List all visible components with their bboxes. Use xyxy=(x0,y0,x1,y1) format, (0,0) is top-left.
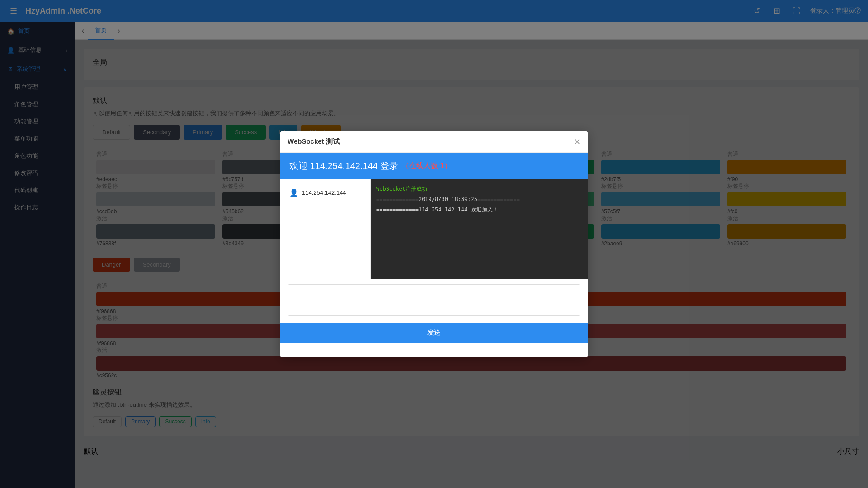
websocket-modal: WebSocket 测试 ✕ 欢迎 114.254.142.144 登录 （在线… xyxy=(280,131,588,357)
log-area: WebSocket注册成功! =============2019/8/30 18… xyxy=(371,179,588,279)
modal-header: WebSocket 测试 ✕ xyxy=(280,131,588,153)
log-line-3: =============114.254.142.144 欢迎加入！ xyxy=(376,206,582,214)
modal-input-area xyxy=(280,279,588,323)
modal-title: WebSocket 测试 xyxy=(288,137,340,146)
modal-close-button[interactable]: ✕ xyxy=(574,137,580,147)
user-list: 👤 114.254.142.144 xyxy=(280,179,371,279)
modal-footer xyxy=(280,343,588,357)
log-line-1: WebSocket注册成功! xyxy=(376,185,582,193)
modal-body: 👤 114.254.142.144 WebSocket注册成功! =======… xyxy=(280,179,588,279)
user-list-item[interactable]: 👤 114.254.142.144 xyxy=(286,185,365,201)
online-count: （在线人数:1） xyxy=(402,161,451,171)
modal-overlay[interactable]: WebSocket 测试 ✕ 欢迎 114.254.142.144 登录 （在线… xyxy=(0,0,868,488)
user-ip-label: 114.254.142.144 xyxy=(302,189,346,196)
message-input[interactable] xyxy=(288,284,580,316)
modal-welcome-banner: 欢迎 114.254.142.144 登录 （在线人数:1） xyxy=(280,153,588,179)
user-avatar-icon: 👤 xyxy=(289,188,298,197)
log-line-2: =============2019/8/30 18:39:25=========… xyxy=(376,195,582,204)
welcome-text: 欢迎 114.254.142.144 登录 xyxy=(289,160,398,172)
send-button[interactable]: 发送 xyxy=(280,323,588,343)
